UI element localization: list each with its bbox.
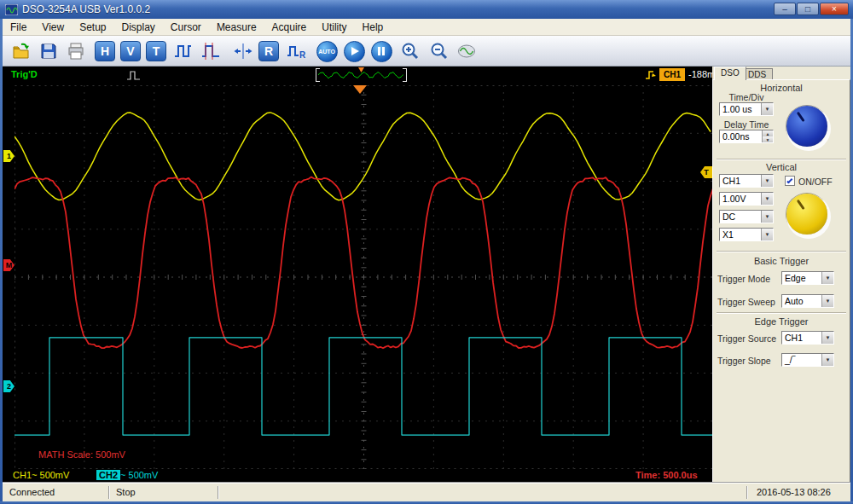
pause-button[interactable] [369,39,393,63]
printer-icon [66,41,86,61]
waveform-display-button[interactable] [171,39,195,63]
delay-time-label: Delay Time [719,119,774,130]
trigger-source-value: CH1 [782,333,821,343]
timediv-value: 1.00 us [720,104,761,114]
trigger-source-select[interactable]: CH1 ▼ [781,331,834,345]
menu-acquire[interactable]: Acquire [264,20,315,35]
expand-arrows-icon [233,41,253,61]
channel-onoff-checkbox[interactable] [785,176,795,186]
horizontal-cursor-button[interactable]: H [93,39,117,63]
math-level-marker[interactable]: M [3,259,15,271]
trigger-status: Trig'D [11,69,38,79]
statusbar-divider [108,486,110,499]
section-divider [717,312,846,314]
menu-help[interactable]: Help [355,20,392,35]
tab-dso[interactable]: DSO [714,67,746,80]
dropdown-arrow-icon[interactable]: ▼ [761,103,773,115]
reset-button[interactable]: R [257,39,281,63]
dropdown-arrow-icon[interactable]: ▼ [761,211,773,223]
zoom-out-icon [429,41,450,61]
delay-time-input[interactable]: 0.00ns ▲▼ [719,130,774,143]
pulse-reference-button[interactable]: R [284,39,308,63]
zoom-in-icon [400,41,421,61]
ch2-scale-value: 500mV [129,470,159,480]
control-panel: DSO DDS Horizontal Time/Div 1.00 us ▼ De… [712,67,850,483]
menu-measure[interactable]: Measure [209,20,264,35]
menu-setup[interactable]: Setup [72,20,113,35]
dropdown-arrow-icon[interactable]: ▼ [821,295,833,307]
minimize-button[interactable]: – [774,3,796,15]
dropdown-arrow-icon[interactable]: ▼ [761,193,773,205]
autoset-button[interactable]: AUTO [315,39,339,63]
export-waveform-button[interactable] [455,39,479,63]
timebase-readout: Time: 500.0us [635,470,698,480]
check-icon [786,177,792,183]
waveform-preview-bar[interactable] [316,68,407,82]
ch1-scale-value: 500mV [40,470,70,480]
trigger-mode-select[interactable]: Edge ▼ [781,271,834,285]
status-bar: Connected Stop 2016-05-13 08:26 [3,483,850,501]
menu-display[interactable]: Display [114,20,163,35]
vertical-knob[interactable] [786,194,827,235]
timediv-select[interactable]: 1.00 us ▼ [719,102,774,116]
dropdown-arrow-icon[interactable]: ▼ [761,229,773,240]
close-button[interactable]: × [820,3,849,15]
spinner-buttons[interactable]: ▲▼ [762,130,773,142]
trigger-cursor-button[interactable]: T [144,39,168,63]
acquisition-status: Stop [116,487,136,497]
trigger-slope-value: _/‾ [782,355,821,365]
menu-view[interactable]: View [34,20,72,35]
export-wave-icon [456,41,477,61]
ch1-level-marker[interactable]: 1 [3,150,15,162]
vertical-group-title: Vertical [713,162,850,172]
menu-cursor[interactable]: Cursor [163,20,209,35]
print-button[interactable] [64,39,88,63]
spin-up-icon[interactable]: ▲ [763,130,773,136]
run-button[interactable] [342,39,366,63]
coupling-select[interactable]: DC ▼ [719,210,774,223]
vertical-cursor-button[interactable]: V [119,39,142,63]
menu-file[interactable]: File [3,20,34,35]
trigger-sweep-label: Trigger Sweep [717,297,775,307]
open-folder-icon [11,41,32,61]
h-label: H [95,41,115,61]
ch1-coupling-icon: ~ [32,470,37,480]
r-label: R [258,41,279,61]
dropdown-arrow-icon[interactable]: ▼ [821,332,833,344]
trigger-sweep-select[interactable]: Auto ▼ [781,294,834,308]
trigger-slope-label: Trigger Slope [717,356,771,366]
knob-pointer [796,112,804,122]
waveform-measure-button[interactable] [199,39,223,63]
trigger-slope-select[interactable]: _/‾ ▼ [781,353,834,367]
pulse-icon [173,41,194,61]
volts-div-select[interactable]: 1.00V ▼ [719,192,774,206]
pulse-indicator-icon [126,69,142,81]
ch2-level-marker[interactable]: 2 [3,380,15,392]
menu-utility[interactable]: Utility [314,20,354,35]
spin-down-icon[interactable]: ▼ [763,136,773,142]
title-bar: DSO-3254A USB Ver1.0.0.2 – □ × [0,0,853,19]
window-border [0,19,3,504]
zoom-out-button[interactable] [427,39,451,63]
dropdown-arrow-icon[interactable]: ▼ [761,175,773,187]
trigger-source-badge: CH1 [659,68,685,81]
horizontal-knob[interactable] [786,106,827,147]
trigger-mode-label: Trigger Mode [717,274,770,284]
pause-icon [377,43,386,59]
probe-select[interactable]: X1 ▼ [719,228,774,241]
trigger-mode-value: Edge [782,273,821,283]
ch1-label: CH1 [13,470,32,480]
knob-pointer [796,200,804,210]
statusbar-divider [218,486,219,499]
dropdown-arrow-icon[interactable]: ▼ [821,354,833,366]
zoom-in-button[interactable] [398,39,422,63]
horizontal-expand-button[interactable] [231,39,255,63]
onoff-label: ON/OFF [798,177,833,187]
dropdown-arrow-icon[interactable]: ▼ [821,272,833,284]
open-file-button[interactable] [9,39,33,63]
scope-waveform-display [15,85,713,469]
section-divider [717,159,846,160]
channel-select[interactable]: CH1 ▼ [719,174,774,188]
maximize-button[interactable]: □ [797,3,819,15]
save-button[interactable] [37,39,61,63]
